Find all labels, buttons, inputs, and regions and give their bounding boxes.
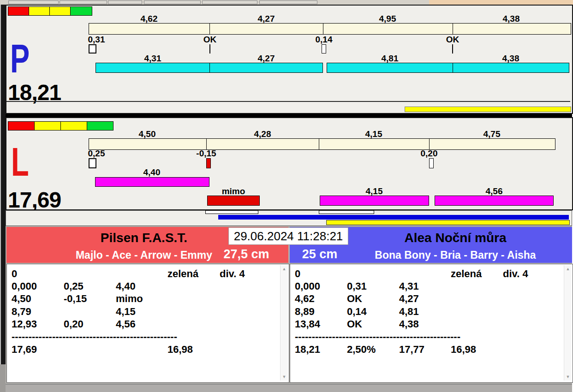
run-start: 0 <box>12 268 17 280</box>
leg-time-bar-segment <box>89 23 210 35</box>
start-lights <box>8 6 96 16</box>
race-progress-bar-yellow <box>326 220 570 225</box>
run-log-row: 0 zelená div. 4 <box>290 268 573 280</box>
change-time-label: 0,14 <box>305 36 342 43</box>
run-log-row: 4,50 -0,15 mimo <box>7 293 289 305</box>
split-time-label: 4,27 <box>239 55 294 62</box>
toolbar-fragment <box>259 0 317 4</box>
team-name: Alea Noční můra <box>345 231 566 245</box>
run-best-time: 16,98 <box>451 344 476 356</box>
run-percent: 2,50% <box>347 344 376 356</box>
footer-strip <box>6 384 572 392</box>
toolbar-fragment <box>8 0 59 4</box>
change-mark-box <box>89 44 96 53</box>
change-mark-box <box>429 158 434 168</box>
run-adjusted-time: 17,77 <box>399 344 424 356</box>
toolbar-fragment <box>144 0 201 4</box>
progress-strip <box>6 210 572 226</box>
toolbar-fragment <box>108 0 142 4</box>
change-time-label: 0,25 <box>78 150 115 157</box>
start-light-red <box>8 121 35 131</box>
start-light-green <box>87 121 113 131</box>
run-total-time: 17,69 <box>12 344 37 356</box>
split-time-label: 4,81 <box>362 55 418 62</box>
start-light-yellow <box>29 6 50 16</box>
team-right-column: 25 cm Alea Noční můra Bona Bony - Bria -… <box>290 227 572 383</box>
window-left-edge-bottom <box>0 364 6 392</box>
run-best-time: 16,98 <box>167 344 193 356</box>
change-mark-box <box>89 158 96 168</box>
scroll-down-icon[interactable]: ▼ <box>564 373 572 380</box>
card-status: zelená <box>167 268 198 280</box>
split-time-label: 4,56 <box>466 188 522 195</box>
split-marker-box <box>205 210 258 214</box>
run-log-row: 13,84 OK 4,38 <box>290 318 573 330</box>
run-log-row: 0,000 0,25 4,40 <box>7 280 289 292</box>
division: div. 4 <box>220 268 245 280</box>
lane-divider <box>6 114 572 117</box>
team-members: Bona Bony - Bria - Barry - Aisha <box>345 249 566 261</box>
split-time-label: 4,15 <box>346 188 402 195</box>
team-left-column: Pilsen F.A.S.T. Majlo - Ace - Arrow - Em… <box>6 227 288 383</box>
change-time-label: -0,15 <box>188 150 225 157</box>
leg-time-label: 4,38 <box>483 15 539 22</box>
change-mark-tick <box>452 44 453 53</box>
card-status: zelená <box>451 268 482 280</box>
split-time-label: 4,40 <box>124 169 179 176</box>
split-bar <box>209 63 323 73</box>
team-right-run-log[interactable]: 0 zelená div. 4 0,000 0,31 4,31 4,62 OK … <box>290 264 573 383</box>
scrollbar[interactable]: ▲ ▼ <box>280 265 288 380</box>
leg-time-label: 4,15 <box>346 131 401 137</box>
start-light-yellow <box>60 121 87 131</box>
change-time-label: 0,31 <box>78 36 115 43</box>
scrollbar[interactable]: ▲ ▼ <box>564 265 572 380</box>
start-light-green <box>70 6 92 16</box>
scroll-up-icon[interactable]: ▲ <box>281 265 288 273</box>
strip-divider-line <box>6 101 570 102</box>
jump-height: 25 cm <box>294 247 345 261</box>
start-lights <box>8 121 119 131</box>
change-mark-box <box>322 44 326 53</box>
change-mark-tick <box>209 44 210 53</box>
leg-time-bar-segment <box>429 138 555 150</box>
leg-time-label: 4,62 <box>121 15 177 22</box>
run-log-row: 8,89 0,14 4,81 <box>290 306 573 318</box>
division: div. 4 <box>503 268 528 280</box>
run-log-row: 8,79 4,15 <box>7 306 289 318</box>
start-light-yellow <box>49 6 71 16</box>
split-bar <box>95 177 209 187</box>
scroll-down-icon[interactable]: ▼ <box>281 373 288 380</box>
leg-time-label: 4,95 <box>360 15 415 22</box>
leg-time-bar-segment <box>323 23 454 35</box>
split-time-label: 4,31 <box>125 55 180 62</box>
datetime-display: 29.06.2024 11:28:21 <box>228 227 348 245</box>
run-log-separator: ----------------------------------------… <box>290 331 573 343</box>
leg-time-bar-segment <box>209 23 324 35</box>
run-log-total-row: 18,21 2,50% 17,77 16,98 <box>290 344 573 356</box>
leg-time-label: 4,50 <box>119 131 175 137</box>
run-log-row: 0 zelená div. 4 <box>7 268 289 280</box>
lane-total-time: 17,69 <box>8 190 61 210</box>
run-start: 0 <box>295 268 300 280</box>
run-log-total-row: 17,69 16,98 <box>7 344 289 356</box>
split-time-label: 4,38 <box>483 55 538 62</box>
lane-letter: P <box>10 43 30 74</box>
split-fault-label: mimo <box>206 188 261 195</box>
split-bar <box>453 63 569 73</box>
toolbar-fragment <box>60 0 107 4</box>
scroll-up-icon[interactable]: ▲ <box>564 265 572 273</box>
teams-area: Pilsen F.A.S.T. Majlo - Ace - Arrow - Em… <box>6 226 572 384</box>
run-log-row: 0,000 0,31 4,31 <box>290 280 573 292</box>
change-time-label: OK <box>434 36 471 43</box>
leg-time-label: 4,75 <box>464 131 519 137</box>
change-time-label: OK <box>191 36 228 43</box>
team-left-run-log[interactable]: 0 zelená div. 4 0,000 0,25 4,40 4,50 -0,… <box>6 264 289 383</box>
jump-height: 27,5 cm <box>214 247 279 261</box>
run-log-row: 4,62 OK 4,27 <box>290 293 573 305</box>
split-marker-box <box>319 210 374 214</box>
leg-time-bar-segment <box>319 138 430 150</box>
lane-letter: L <box>11 147 29 177</box>
leg-time-bar-segment <box>89 138 207 150</box>
leg-time-bar-segment <box>453 23 571 35</box>
change-time-label: 0,20 <box>411 150 448 157</box>
